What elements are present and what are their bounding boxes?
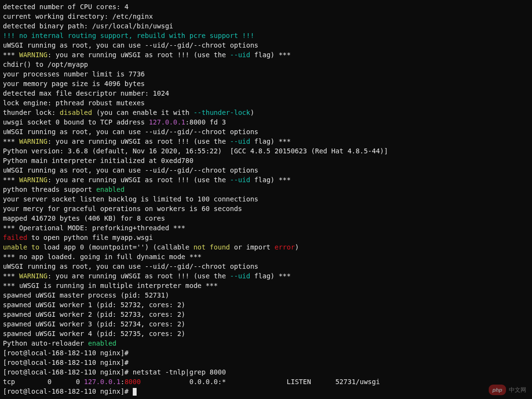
terminal-line: uWSGI running as root, you can use --uid… <box>3 127 529 137</box>
terminal-text: spawned uWSGI worker 1 (pid: 52732, core… <box>3 301 185 309</box>
terminal-text: Python auto-reloader <box>3 339 88 347</box>
terminal-line: spawned uWSGI worker 1 (pid: 52732, core… <box>3 300 529 310</box>
terminal-line: detected binary path: /usr/local/bin/uws… <box>3 21 529 31</box>
terminal-text: unable to <box>3 243 39 251</box>
terminal-line: spawned uWSGI worker 2 (pid: 52733, core… <box>3 310 529 319</box>
terminal-text: --uid <box>230 272 250 280</box>
terminal-text: python threads support <box>3 186 96 193</box>
watermark-text: 中文网 <box>509 385 526 395</box>
terminal-line: Python main interpreter initialized at 0… <box>3 156 529 165</box>
terminal-text: :8000 fd 3 <box>185 118 226 126</box>
terminal-text: : <box>120 378 124 386</box>
terminal-text: detected number of CPU cores: 4 <box>3 3 128 11</box>
terminal-text: WARNING <box>19 137 48 145</box>
terminal-line: uWSGI running as root, you can use --uid… <box>3 165 529 175</box>
terminal-text: your mercy for graceful operations on wo… <box>3 205 242 212</box>
terminal-text: 127.0.0.1 <box>84 378 121 386</box>
terminal-line: your memory page size is 4096 bytes <box>3 79 529 88</box>
terminal-line: mapped 416720 bytes (406 KB) for 8 cores <box>3 213 529 223</box>
terminal-line: [root@local-168-182-110 nginx]# <box>3 358 529 367</box>
terminal-text: mapped 416720 bytes (406 KB) for 8 cores <box>3 214 165 222</box>
terminal-text: [root@local-168-182-110 nginx]# netstat … <box>3 368 226 376</box>
terminal-line: chdir() to /opt/myapp <box>3 60 529 69</box>
terminal-line: your server socket listen backlog is lim… <box>3 194 529 204</box>
terminal-line: uWSGI running as root, you can use --uid… <box>3 40 529 50</box>
terminal-line: Python auto-reloader enabled <box>3 338 529 348</box>
terminal-text: Python version: 3.6.8 (default, Nov 16 2… <box>3 147 388 155</box>
terminal-text: disabled <box>60 109 92 116</box>
terminal-text: spawned uWSGI master process (pid: 52731… <box>3 291 169 299</box>
terminal-text: *** <box>3 137 19 145</box>
terminal-line: tcp 0 0 127.0.0.1:8000 0.0.0.0:* LISTEN … <box>3 377 529 387</box>
terminal-line: [root@local-168-182-110 nginx]# netstat … <box>3 367 529 377</box>
terminal-text: uWSGI running as root, you can use --uid… <box>3 41 258 49</box>
terminal-text: thunder lock: <box>3 109 60 116</box>
terminal-line: *** Operational MODE: preforking+threade… <box>3 223 529 233</box>
terminal-text: *** <box>3 272 19 280</box>
terminal-text: !!! no internal routing support, rebuild… <box>3 32 254 39</box>
terminal-text: detected max file descriptor number: 102… <box>3 89 169 97</box>
terminal-text: --uid <box>230 137 250 145</box>
terminal-line: *** uWSGI is running in multiple interpr… <box>3 281 529 290</box>
terminal-text: or import <box>230 243 275 251</box>
terminal-text: spawned uWSGI worker 4 (pid: 52735, core… <box>3 330 185 337</box>
terminal-text: to open python file myapp.wsgi <box>27 234 153 241</box>
terminal-text: tcp 0 0 <box>3 378 84 386</box>
terminal-line: spawned uWSGI worker 3 (pid: 52734, core… <box>3 319 529 329</box>
terminal-text: 0.0.0.0:* LISTEN 52731/uwsgi <box>141 378 417 386</box>
terminal-text: load app 0 (mountpoint='') (callable <box>39 243 193 251</box>
terminal-text: 127.0.0.1 <box>149 118 185 126</box>
terminal-text: enabled <box>96 186 125 193</box>
terminal-text: --thunder-lock <box>193 109 250 116</box>
terminal-text: spawned uWSGI worker 3 (pid: 52734, core… <box>3 320 185 328</box>
terminal-text: WARNING <box>19 272 48 280</box>
terminal-line: detected max file descriptor number: 102… <box>3 88 529 98</box>
terminal-line: current working directory: /etc/nginx <box>3 12 529 21</box>
terminal-line: *** WARNING: you are running uWSGI as ro… <box>3 50 529 60</box>
terminal-text: *** no app loaded. going in full dynamic… <box>3 253 202 261</box>
terminal-text: [root@local-168-182-110 nginx]# <box>3 349 133 357</box>
terminal-text: WARNING <box>19 51 48 59</box>
terminal-line: spawned uWSGI master process (pid: 52731… <box>3 290 529 300</box>
terminal-text: 8000 <box>125 378 141 386</box>
cursor[interactable] <box>133 388 137 396</box>
terminal-text: current working directory: /etc/nginx <box>3 12 153 20</box>
terminal-text: --uid <box>230 51 250 59</box>
terminal-text: WARNING <box>19 176 48 184</box>
terminal-text: *** uWSGI is running in multiple interpr… <box>3 282 218 289</box>
terminal-text: *** <box>3 51 19 59</box>
terminal-line: your mercy for graceful operations on wo… <box>3 204 529 213</box>
terminal-text: detected binary path: /usr/local/bin/uws… <box>3 22 173 30</box>
terminal-text: uwsgi socket 0 bound to TCP address <box>3 118 149 126</box>
terminal-text: : you are running uWSGI as root !!! (use… <box>48 51 230 59</box>
terminal-line: [root@local-168-182-110 nginx]# <box>3 348 529 358</box>
terminal-text: your memory page size is 4096 bytes <box>3 80 145 87</box>
terminal-line: *** WARNING: you are running uWSGI as ro… <box>3 175 529 185</box>
terminal-line: detected number of CPU cores: 4 <box>3 2 529 12</box>
terminal-line: Python version: 3.6.8 (default, Nov 16 2… <box>3 146 529 156</box>
terminal-text: ) <box>295 243 299 251</box>
terminal-line: unable to load app 0 (mountpoint='') (ca… <box>3 242 529 252</box>
terminal-output[interactable]: detected number of CPU cores: 4current w… <box>3 2 529 396</box>
terminal-text: chdir() to /opt/myapp <box>3 61 88 68</box>
terminal-text: your server socket listen backlog is lim… <box>3 195 258 203</box>
terminal-text: lock engine: pthread robust mutexes <box>3 99 145 107</box>
terminal-text: not found <box>193 243 230 251</box>
terminal-text: Python main interpreter initialized at 0… <box>3 157 193 164</box>
terminal-line: your processes number limit is 7736 <box>3 69 529 79</box>
terminal-text: enabled <box>88 339 116 347</box>
terminal-line: uWSGI running as root, you can use --uid… <box>3 262 529 271</box>
terminal-text: : you are running uWSGI as root !!! (use… <box>48 137 230 145</box>
terminal-line: lock engine: pthread robust mutexes <box>3 98 529 108</box>
terminal-text: : you are running uWSGI as root !!! (use… <box>48 272 230 280</box>
terminal-text: failed <box>3 234 27 241</box>
terminal-text: ) <box>250 109 254 116</box>
terminal-text: error <box>275 243 295 251</box>
terminal-text: : you are running uWSGI as root !!! (use… <box>48 176 230 184</box>
terminal-text: [root@local-168-182-110 nginx]# <box>3 387 133 395</box>
terminal-text: flag) *** <box>250 51 291 59</box>
watermark: php 中文网 <box>489 385 526 395</box>
terminal-text: *** <box>3 176 19 184</box>
terminal-text: uWSGI running as root, you can use --uid… <box>3 166 258 174</box>
terminal-line: *** WARNING: you are running uWSGI as ro… <box>3 271 529 281</box>
